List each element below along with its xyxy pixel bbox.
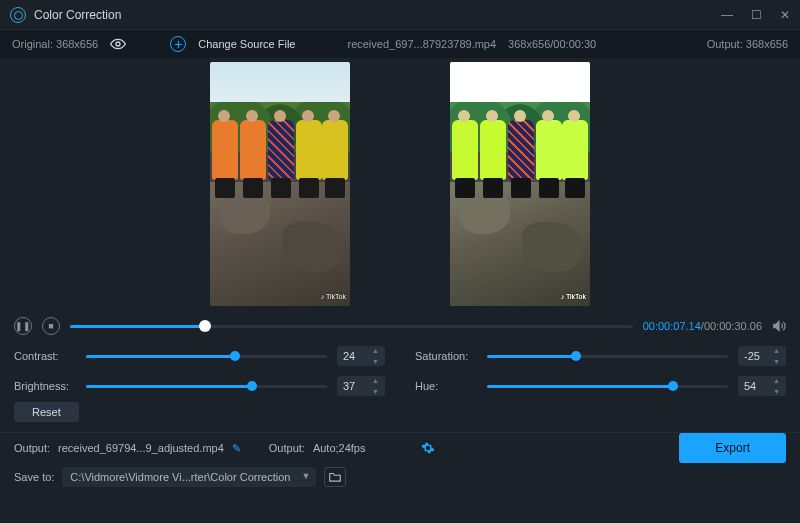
saturation-label: Saturation:	[415, 350, 477, 362]
export-button[interactable]: Export	[679, 433, 786, 463]
contrast-label: Contrast:	[14, 350, 76, 362]
stop-button[interactable]: ■	[42, 317, 60, 335]
preview-area: ♪ TikTok ♪ TikTok	[0, 58, 800, 310]
source-meta: 368x656/00:00:30	[508, 38, 596, 50]
brightness-slider[interactable]	[86, 385, 327, 388]
brightness-value-input[interactable]: 37▲▼	[337, 376, 385, 396]
save-to-label: Save to:	[14, 471, 54, 483]
output-dimensions-label: Output: 368x656	[707, 38, 788, 50]
timecode: 00:00:07.14/00:00:30.06	[643, 320, 762, 332]
saturation-slider[interactable]	[487, 355, 728, 358]
maximize-button[interactable]: ☐	[751, 8, 762, 22]
current-time: 00:00:07.14	[643, 320, 701, 332]
saturation-value-input[interactable]: -25▲▼	[738, 346, 786, 366]
pause-button[interactable]: ❚❚	[14, 317, 32, 335]
output-settings-row: Output: received_69794...9_adjusted.mp4 …	[0, 435, 800, 461]
svg-point-0	[116, 42, 120, 46]
contrast-row: Contrast: 24▲▼	[14, 346, 385, 366]
close-button[interactable]: ✕	[780, 8, 790, 22]
change-source-button[interactable]: Change Source File	[198, 38, 295, 50]
source-filename: received_697...87923789.mp4	[347, 38, 496, 50]
contrast-value-input[interactable]: 24▲▼	[337, 346, 385, 366]
hue-row: Hue: 54▲▼	[415, 376, 786, 396]
hue-value-input[interactable]: 54▲▼	[738, 376, 786, 396]
hue-label: Hue:	[415, 380, 477, 392]
volume-icon[interactable]	[772, 319, 786, 333]
chevron-down-icon: ▼	[302, 471, 311, 481]
reset-button[interactable]: Reset	[14, 402, 79, 422]
output-label-2: Output:	[269, 442, 305, 454]
window-title: Color Correction	[34, 8, 121, 22]
saturation-row: Saturation: -25▲▼	[415, 346, 786, 366]
preview-toggle-icon[interactable]	[110, 36, 126, 52]
playback-bar: ❚❚ ■ 00:00:07.14/00:00:30.06	[0, 310, 800, 342]
app-logo-icon	[10, 7, 26, 23]
browse-folder-button[interactable]	[324, 467, 346, 487]
output-label-1: Output:	[14, 442, 50, 454]
svg-marker-1	[774, 321, 779, 330]
save-path-dropdown[interactable]: C:\Vidmore\Vidmore Vi...rter\Color Corre…	[62, 467, 316, 487]
brightness-label: Brightness:	[14, 380, 76, 392]
add-source-icon[interactable]: +	[170, 36, 186, 52]
output-preset: Auto;24fps	[313, 442, 366, 454]
minimize-button[interactable]: —	[721, 8, 733, 22]
save-location-row: Save to: C:\Vidmore\Vidmore Vi...rter\Co…	[0, 461, 800, 493]
original-dimensions-label: Original: 368x656	[12, 38, 98, 50]
output-settings-icon[interactable]	[421, 441, 435, 455]
total-time: /00:00:30.06	[701, 320, 762, 332]
title-bar: Color Correction — ☐ ✕	[0, 0, 800, 30]
adjustment-sliders: Contrast: 24▲▼ Saturation: -25▲▼ Brightn…	[0, 342, 800, 398]
contrast-slider[interactable]	[86, 355, 327, 358]
adjusted-preview: ♪ TikTok	[450, 62, 590, 306]
original-preview: ♪ TikTok	[210, 62, 350, 306]
output-filename: received_69794...9_adjusted.mp4	[58, 442, 224, 454]
hue-slider[interactable]	[487, 385, 728, 388]
brightness-row: Brightness: 37▲▼	[14, 376, 385, 396]
edit-filename-icon[interactable]: ✎	[232, 442, 241, 455]
source-info-bar: Original: 368x656 + Change Source File r…	[0, 30, 800, 58]
timeline-slider[interactable]	[70, 325, 633, 328]
